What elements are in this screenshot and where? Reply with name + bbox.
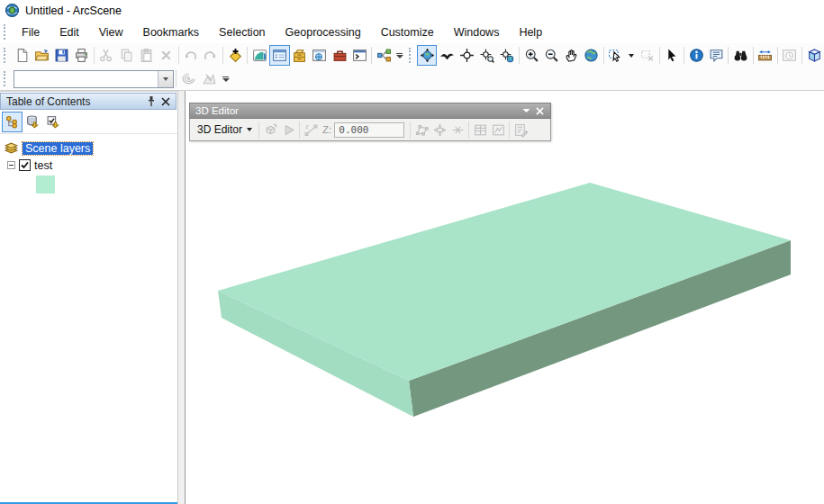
overflow-bar <box>222 76 229 77</box>
menu-bookmarks[interactable]: Bookmarks <box>133 23 210 41</box>
list-by-visibility-button[interactable] <box>43 112 64 132</box>
layer-combo-input[interactable] <box>14 71 158 87</box>
center-target-icon <box>459 48 475 63</box>
set-observer-button[interactable] <box>497 45 517 66</box>
separator <box>410 122 411 139</box>
pin-icon <box>146 95 157 107</box>
toc-close-button[interactable] <box>158 94 173 108</box>
menu-edit[interactable]: Edit <box>50 23 89 41</box>
menu-grip[interactable] <box>4 24 7 40</box>
python-window-icon <box>352 48 367 63</box>
menu-help[interactable]: Help <box>509 23 552 41</box>
menu-bar: File Edit View Bookmarks Selection Geopr… <box>0 21 824 43</box>
menu-geoprocessing[interactable]: Geoprocessing <box>276 23 371 41</box>
scene-layers-label[interactable]: Scene layers <box>23 142 93 155</box>
editor3d-dropdown-button[interactable]: 3D Editor <box>193 122 257 138</box>
dropdown-arrow-icon <box>163 77 168 81</box>
move-button-disabled <box>430 121 448 139</box>
collapse-expander[interactable] <box>7 161 15 169</box>
layer-combo-dropdown[interactable] <box>158 71 173 87</box>
search-window-button[interactable] <box>310 45 330 66</box>
center-on-target-button[interactable] <box>457 45 476 66</box>
menu-customize[interactable]: Customize <box>371 23 444 41</box>
scene-layers-row[interactable]: Scene layers <box>4 140 177 157</box>
table-of-contents-panel: Table of Contents Scene layers test <box>0 91 177 504</box>
editor3d-close-button[interactable] <box>533 104 547 117</box>
fly-button[interactable] <box>437 45 457 66</box>
pan-button[interactable] <box>561 45 581 66</box>
analyst-toolbar-grip[interactable] <box>4 71 7 86</box>
scene-preview-icon <box>252 48 267 63</box>
separator <box>94 47 95 64</box>
layer-visibility-checkbox[interactable] <box>19 159 31 171</box>
measure-button[interactable] <box>756 45 775 66</box>
toc-pin-button[interactable] <box>144 94 158 108</box>
check-icon <box>20 160 30 170</box>
layer-row-test[interactable]: test <box>4 157 177 174</box>
undo-button-disabled <box>181 45 201 66</box>
panel-splitter[interactable] <box>177 91 186 504</box>
list-by-drawing-order-icon <box>5 114 20 130</box>
html-popup-button[interactable] <box>706 45 726 66</box>
layers-icon <box>4 140 19 156</box>
list-by-source-icon <box>25 114 41 130</box>
layer-name-label[interactable]: test <box>34 159 52 172</box>
zoom-in-button[interactable] <box>521 45 541 66</box>
find-button[interactable] <box>730 45 750 66</box>
menu-view[interactable]: View <box>89 23 133 41</box>
python-window-button[interactable] <box>349 45 369 66</box>
arctoolbox-button[interactable] <box>330 45 349 66</box>
clear-selection-icon <box>639 48 655 63</box>
move-icon <box>432 122 448 138</box>
tools-toolbar-grip[interactable] <box>409 48 412 63</box>
zoom-out-button[interactable] <box>541 45 561 66</box>
layer-combo[interactable] <box>14 70 174 88</box>
menu-file[interactable]: File <box>12 23 50 41</box>
list-by-drawing-order-button[interactable] <box>2 112 23 132</box>
editor3d-titlebar[interactable]: 3D Editor <box>189 103 551 119</box>
scene-viewport[interactable]: 3D Editor 3D Editor z Z: <box>186 91 824 504</box>
standard-toolbar-options-button[interactable] <box>394 45 406 66</box>
print-button[interactable] <box>72 45 92 66</box>
select-features-button[interactable] <box>606 45 626 66</box>
legend-row <box>36 176 177 196</box>
menu-windows[interactable]: Windows <box>444 23 510 41</box>
z-value-field[interactable] <box>334 122 404 138</box>
attributes-button-disabled <box>471 121 489 139</box>
open-folder-icon <box>34 48 50 63</box>
scene-3d-slab <box>186 91 824 504</box>
new-document-button[interactable] <box>12 45 32 66</box>
legend-swatch[interactable] <box>36 176 55 194</box>
cut-icon <box>98 48 113 63</box>
overflow-arrow-icon <box>396 55 403 58</box>
identify-button[interactable] <box>686 45 706 66</box>
overflow-bar <box>396 53 403 54</box>
select-features-dropdown[interactable] <box>626 45 638 66</box>
scene-preview-button[interactable] <box>249 45 269 66</box>
editor3d-window[interactable]: 3D Editor 3D Editor z Z: <box>189 103 551 141</box>
add-data-button[interactable] <box>225 45 245 66</box>
create-features-icon <box>263 122 278 138</box>
table-of-contents-icon <box>272 48 287 63</box>
zoom-to-target-button[interactable] <box>477 45 497 66</box>
toc-header[interactable]: Table of Contents <box>0 93 177 110</box>
catalog-window-button[interactable] <box>290 45 310 66</box>
list-by-source-button[interactable] <box>23 112 43 132</box>
table-of-contents-button[interactable] <box>269 45 289 66</box>
save-button[interactable] <box>51 45 71 66</box>
editor3d-dropdown-label: 3D Editor <box>197 123 242 136</box>
separator <box>176 70 177 87</box>
viewer-cube-button[interactable] <box>804 45 824 66</box>
menu-selection[interactable]: Selection <box>209 23 275 41</box>
standard-toolbar-grip[interactable] <box>4 48 7 63</box>
create-features-button-disabled <box>261 121 279 139</box>
window-title: Untitled - ArcScene <box>25 4 122 17</box>
model-builder-button[interactable] <box>374 45 394 66</box>
editor3d-menu-button[interactable] <box>520 104 533 117</box>
select-elements-button[interactable] <box>662 45 682 66</box>
full-extent-button[interactable] <box>582 45 602 66</box>
analyst-toolbar-options-button[interactable] <box>220 68 231 89</box>
navigate-button[interactable] <box>417 45 437 66</box>
open-button[interactable] <box>32 45 51 66</box>
toc-toolbar <box>0 110 177 134</box>
